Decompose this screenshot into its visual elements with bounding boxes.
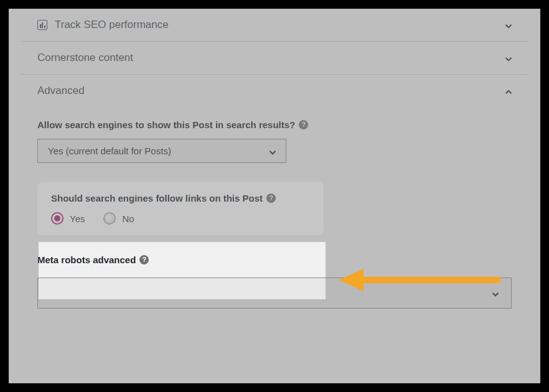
allow-search-value: Yes (current default for Posts) bbox=[48, 146, 171, 156]
chevron-up-icon bbox=[503, 86, 512, 95]
chevron-down-icon bbox=[267, 147, 276, 156]
panel-advanced-label: Advanced bbox=[37, 85, 85, 97]
radio-no[interactable]: No bbox=[103, 212, 134, 225]
allow-search-label: Allow search engines to show this Post i… bbox=[37, 119, 512, 130]
radio-circle-icon bbox=[51, 212, 63, 225]
panel-track-label: Track SEO performance bbox=[55, 19, 169, 31]
follow-links-text: Should search engines follow links on th… bbox=[51, 193, 263, 203]
panel-advanced[interactable]: Advanced bbox=[21, 75, 528, 107]
meta-robots-text: Meta robots advanced bbox=[37, 254, 136, 265]
meta-robots-label: Meta robots advanced ? bbox=[37, 254, 512, 265]
chevron-down-icon bbox=[503, 21, 512, 29]
allow-search-select[interactable]: Yes (current default for Posts) bbox=[37, 139, 286, 163]
chevron-down-icon bbox=[490, 289, 499, 297]
radio-no-label: No bbox=[122, 213, 134, 224]
help-icon[interactable]: ? bbox=[139, 255, 149, 264]
panel-track-seo[interactable]: Track SEO performance bbox=[21, 9, 528, 42]
follow-links-card: Should search engines follow links on th… bbox=[37, 182, 324, 236]
allow-search-text: Allow search engines to show this Post i… bbox=[37, 119, 295, 130]
panel-cornerstone-label: Cornerstone content bbox=[37, 52, 133, 64]
radio-yes[interactable]: Yes bbox=[51, 212, 85, 225]
chart-icon bbox=[37, 20, 47, 30]
radio-yes-label: Yes bbox=[70, 213, 85, 224]
advanced-body: Allow search engines to show this Post i… bbox=[21, 107, 528, 315]
follow-links-label: Should search engines follow links on th… bbox=[51, 193, 310, 203]
help-icon[interactable]: ? bbox=[266, 194, 276, 203]
panel-cornerstone[interactable]: Cornerstone content bbox=[21, 42, 528, 75]
chevron-down-icon bbox=[503, 54, 512, 62]
radio-circle-icon bbox=[103, 212, 116, 225]
meta-robots-select[interactable] bbox=[37, 278, 512, 309]
help-icon[interactable]: ? bbox=[299, 120, 308, 129]
